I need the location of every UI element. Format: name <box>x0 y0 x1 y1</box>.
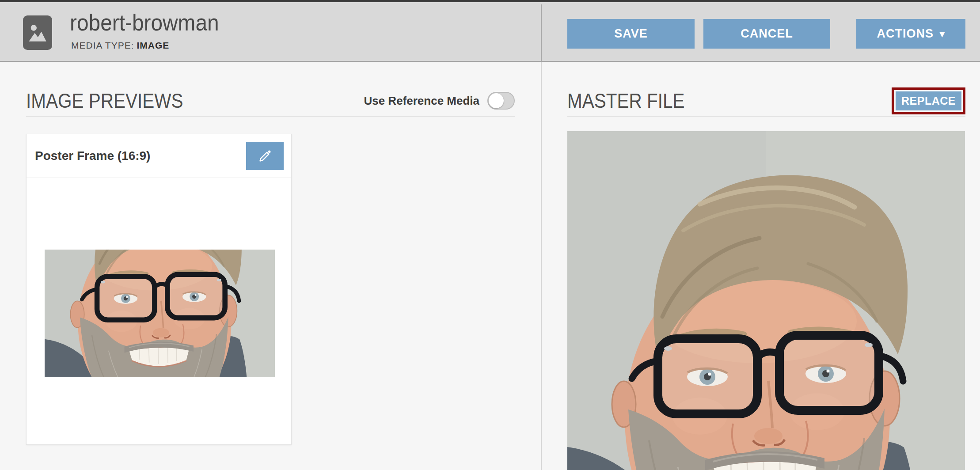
actions-button-label: ACTIONS <box>877 27 934 41</box>
pencil-icon <box>257 148 273 164</box>
replace-highlight-box: REPLACE <box>892 87 965 114</box>
header-bar: robert-browman MEDIA TYPE:IMAGE SAVE CAN… <box>0 2 980 62</box>
media-type-value: IMAGE <box>137 40 170 50</box>
poster-frame-card-header: Poster Frame (16:9) <box>27 134 291 178</box>
reference-media-toggle[interactable] <box>487 92 515 110</box>
master-file-image <box>567 131 965 470</box>
master-file-rule <box>567 116 965 117</box>
poster-frame-title: Poster Frame (16:9) <box>35 149 150 163</box>
reference-media-toggle-group: Use Reference Media <box>364 92 515 110</box>
cancel-button[interactable]: CANCEL <box>703 19 830 49</box>
poster-frame-preview-image <box>45 250 275 377</box>
actions-button[interactable]: ACTIONS ▾ <box>856 19 965 49</box>
save-button[interactable]: SAVE <box>567 19 695 49</box>
poster-frame-card: Poster Frame (16:9) <box>26 134 292 445</box>
media-type-label: MEDIA TYPE: <box>71 40 134 50</box>
caret-down-icon: ▾ <box>940 29 945 38</box>
toggle-knob <box>489 93 504 108</box>
replace-button[interactable]: REPLACE <box>896 91 961 110</box>
header-divider <box>541 4 542 63</box>
master-file-header: MASTER FILE REPLACE <box>567 88 965 114</box>
page-title: robert-browman <box>70 9 219 36</box>
image-previews-heading: IMAGE PREVIEWS <box>26 89 183 113</box>
media-type-row: MEDIA TYPE:IMAGE <box>71 40 169 51</box>
image-previews-header: IMAGE PREVIEWS Use Reference Media <box>26 88 515 114</box>
image-previews-rule <box>26 116 515 117</box>
master-file-heading: MASTER FILE <box>567 89 684 113</box>
edit-poster-frame-button[interactable] <box>246 142 284 170</box>
reference-media-toggle-label: Use Reference Media <box>364 94 479 108</box>
panel-divider <box>541 62 542 470</box>
image-icon <box>23 15 52 50</box>
media-editor-screen: robert-browman MEDIA TYPE:IMAGE SAVE CAN… <box>0 0 980 470</box>
